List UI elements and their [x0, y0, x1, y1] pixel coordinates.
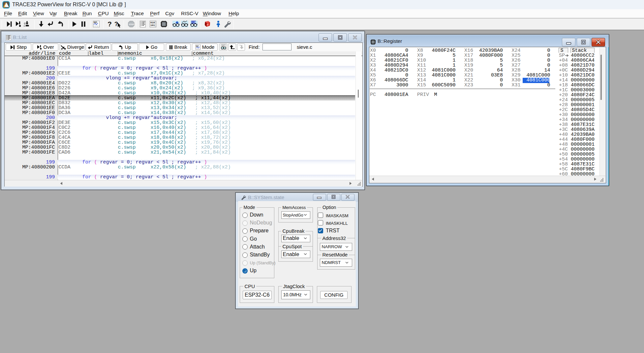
svg-text:?: ? [107, 20, 112, 28]
svg-text:?: ? [114, 21, 118, 27]
svg-text:STOP: STOP [129, 23, 134, 25]
svg-text:NO: NO [196, 45, 199, 47]
svg-text:NO: NO [94, 21, 97, 23]
svg-text:101: 101 [150, 24, 155, 27]
svg-text:010: 010 [150, 21, 155, 24]
